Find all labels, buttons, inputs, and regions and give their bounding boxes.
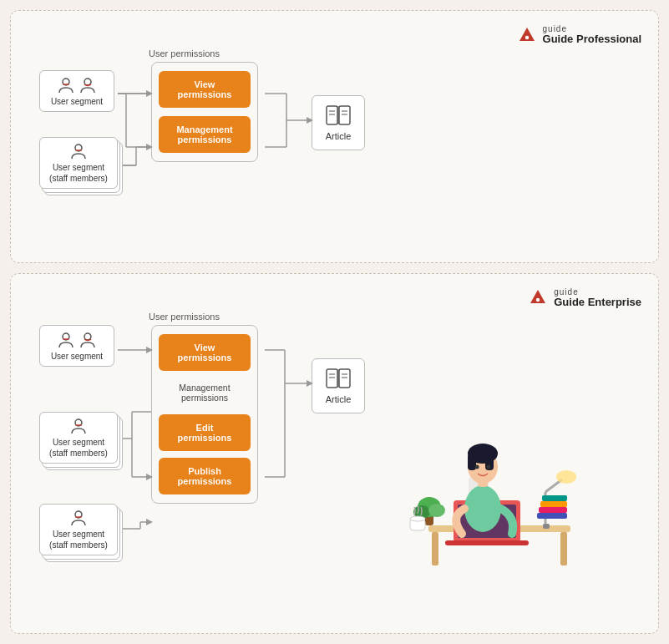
- ent-permissions-label: User permissions: [149, 312, 220, 322]
- svg-rect-36: [75, 424, 82, 426]
- svg-marker-87: [146, 519, 153, 525]
- svg-point-68: [428, 504, 445, 517]
- ent-segment-2-label: User segment(staff members): [47, 437, 110, 459]
- pro-logo-big: Guide Professional: [543, 33, 641, 45]
- ent-segment-3: User segment(staff members): [39, 504, 118, 555]
- ent-publish-perm-btn: Publishpermissions: [159, 458, 251, 494]
- svg-rect-57: [468, 454, 476, 470]
- person-icon-1: [57, 76, 75, 94]
- svg-rect-50: [445, 540, 529, 545]
- ent-mgmt-perm-text: Managementpermissions: [159, 378, 251, 408]
- book-icon-pro: [325, 104, 352, 128]
- pro-segment-2-wrapper: User segment(staff members): [39, 137, 118, 189]
- ent-logo-small: guide: [554, 287, 641, 297]
- ent-guide-logo-icon: [529, 288, 547, 307]
- pro-permissions-box: Viewpermissions Managementpermissions: [151, 62, 258, 162]
- svg-rect-71: [540, 501, 567, 507]
- svg-rect-47: [432, 532, 438, 565]
- pro-article-label: Article: [326, 131, 352, 141]
- ent-segment-1: User segment: [39, 325, 114, 367]
- svg-point-4: [84, 79, 91, 85]
- svg-point-34: [84, 333, 91, 340]
- svg-rect-69: [537, 513, 567, 519]
- svg-point-60: [487, 464, 491, 469]
- ent-segment-3-wrapper: User segment(staff members): [39, 504, 118, 555]
- svg-point-1: [525, 35, 528, 38]
- ent-segment-2-wrapper: User segment(staff members): [39, 412, 118, 464]
- professional-panel: guide Guide Professional User permission…: [10, 10, 659, 263]
- pro-view-perm-btn: Viewpermissions: [159, 71, 251, 108]
- ent-article-label: Article: [326, 394, 352, 404]
- ent-person-icon-2: [79, 331, 97, 349]
- svg-point-63: [556, 470, 576, 484]
- ent-person-icon-staff2: [69, 509, 88, 527]
- pro-permissions-label: User permissions: [149, 48, 220, 58]
- book-icon-ent: [325, 368, 352, 391]
- svg-rect-38: [75, 516, 82, 518]
- person-icon-2: [79, 76, 97, 94]
- svg-point-74: [410, 516, 425, 521]
- svg-point-59: [475, 464, 479, 469]
- ent-segment-3-label: User segment(staff members): [47, 529, 110, 550]
- pro-segment-2-label: User segment(staff members): [47, 162, 110, 184]
- pro-article-box: Article: [312, 95, 365, 150]
- svg-rect-6: [75, 150, 82, 151]
- svg-rect-70: [539, 507, 567, 513]
- svg-rect-39: [327, 369, 337, 388]
- svg-rect-40: [339, 369, 350, 388]
- ent-person-icon-staff1: [69, 417, 88, 435]
- svg-point-31: [536, 298, 540, 302]
- desk-scene-svg: [378, 417, 579, 584]
- ent-segment-1-label: User segment: [48, 352, 105, 361]
- svg-rect-7: [327, 106, 337, 124]
- svg-rect-64: [543, 524, 550, 529]
- pro-segment-2: User segment(staff members): [39, 137, 118, 189]
- svg-rect-72: [542, 495, 567, 501]
- pro-segment-1-label: User segment: [48, 97, 105, 106]
- ent-illustration: [378, 417, 579, 587]
- svg-rect-48: [560, 532, 567, 565]
- ent-person-icon-1: [57, 331, 75, 349]
- ent-article-box: Article: [312, 358, 365, 413]
- pro-logo-area: guide Guide Professional: [28, 24, 641, 45]
- ent-permissions-box: Viewpermissions Managementpermissions Ed…: [151, 325, 258, 504]
- person-icon-staff: [69, 142, 88, 160]
- ent-segment-2: User segment(staff members): [39, 412, 118, 464]
- ent-view-perm-btn: Viewpermissions: [159, 334, 251, 371]
- svg-point-53: [464, 485, 501, 532]
- svg-rect-3: [63, 84, 69, 85]
- svg-rect-8: [339, 106, 350, 124]
- svg-rect-33: [63, 338, 69, 340]
- ent-logo-big: Guide Enterprise: [554, 297, 641, 308]
- pro-mgmt-perm-btn: Managementpermissions: [159, 116, 251, 153]
- ent-edit-perm-btn: Editpermissions: [159, 414, 251, 451]
- pro-segment-1: User segment: [39, 70, 114, 112]
- guide-logo-icon: [518, 26, 536, 44]
- ent-logo-area: guide Guide Enterprise: [28, 287, 641, 308]
- enterprise-panel: guide Guide Enterprise User permissions: [10, 273, 659, 635]
